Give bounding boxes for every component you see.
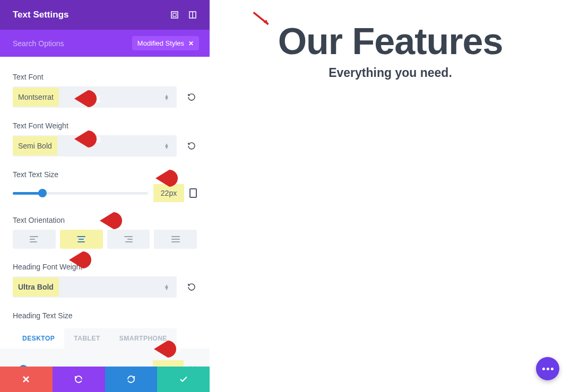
svg-rect-1	[173, 13, 176, 16]
value-font-weight: Semi Bold	[13, 136, 57, 155]
redo-button[interactable]	[105, 367, 158, 392]
close-icon[interactable]: ✕	[188, 40, 194, 47]
select-font-weight[interactable]: Semi Bold ▲▼	[13, 135, 177, 156]
device-icon[interactable]	[189, 188, 197, 198]
input-heading-size[interactable]	[153, 360, 184, 367]
field-text-size: Text Text Size	[13, 170, 197, 202]
preview-pane: Our Features Everything you need.	[210, 0, 571, 392]
field-text-font: Text Font Montserrat ▲▼	[13, 73, 197, 108]
chevron-updown-icon: ▲▼	[164, 284, 169, 290]
svg-rect-0	[171, 12, 178, 18]
align-center-button[interactable]	[60, 230, 103, 249]
settings-panel: Text Settings Search Options Modified St…	[0, 0, 210, 392]
label-heading-size: Heading Text Size	[13, 311, 197, 320]
value-heading-weight: Ultra Bold	[13, 277, 59, 297]
select-heading-weight[interactable]: Ultra Bold ▲▼	[13, 276, 177, 298]
field-heading-size: Heading Text Size DESKTOP TABLET SMARTPH…	[13, 311, 197, 367]
save-button[interactable]	[157, 367, 210, 392]
label-text-font: Text Font	[13, 73, 197, 81]
header-icons	[170, 11, 197, 19]
search-options-label[interactable]: Search Options	[13, 39, 64, 48]
field-heading-weight: Heading Font Weight Ultra Bold ▲▼	[13, 263, 197, 298]
device-tabs: DESKTOP TABLET SMARTPHONE	[13, 328, 197, 349]
tab-smartphone[interactable]: SMARTPHONE	[110, 328, 177, 349]
panel-footer	[0, 367, 210, 392]
reset-icon[interactable]	[186, 282, 197, 292]
align-right-button[interactable]	[107, 230, 150, 249]
select-text-font[interactable]: Montserrat ▲▼	[13, 86, 177, 108]
align-left-button[interactable]	[13, 230, 56, 249]
align-justify-button[interactable]	[154, 230, 197, 249]
modified-styles-label: Modified Styles	[137, 39, 184, 47]
modified-styles-tag[interactable]: Modified Styles ✕	[132, 36, 199, 50]
label-heading-weight: Heading Font Weight	[13, 263, 197, 271]
panel-subheader: Search Options Modified Styles ✕	[0, 30, 210, 57]
cancel-button[interactable]	[0, 367, 53, 392]
reset-icon[interactable]	[186, 141, 197, 151]
panel-body: Text Font Montserrat ▲▼ Text Font Weight…	[0, 57, 210, 367]
label-text-size: Text Text Size	[13, 170, 197, 179]
chevron-updown-icon: ▲▼	[164, 94, 169, 100]
arrow-annotation-icon	[252, 11, 271, 28]
panel-header: Text Settings	[0, 0, 210, 30]
field-orientation: Text Orientation	[13, 216, 197, 249]
input-text-size[interactable]	[153, 184, 184, 202]
panel-title: Text Settings	[13, 10, 68, 20]
slider-text-size[interactable]	[13, 192, 148, 195]
value-text-font: Montserrat	[13, 88, 59, 107]
layout-icon[interactable]	[188, 11, 197, 19]
more-icon	[542, 368, 553, 370]
field-font-weight: Text Font Weight Semi Bold ▲▼	[13, 121, 197, 156]
label-orientation: Text Orientation	[13, 216, 197, 224]
expand-icon[interactable]	[170, 11, 179, 19]
fab-more-button[interactable]	[536, 357, 559, 380]
tab-tablet[interactable]: TABLET	[64, 328, 109, 349]
tab-desktop[interactable]: DESKTOP	[13, 328, 64, 349]
reset-icon[interactable]	[186, 92, 197, 102]
label-font-weight: Text Font Weight	[13, 121, 197, 130]
preview-subtitle: Everything you need.	[231, 66, 550, 80]
chevron-updown-icon: ▲▼	[164, 143, 169, 149]
preview-heading: Our Features	[231, 20, 550, 63]
undo-button[interactable]	[53, 367, 105, 392]
